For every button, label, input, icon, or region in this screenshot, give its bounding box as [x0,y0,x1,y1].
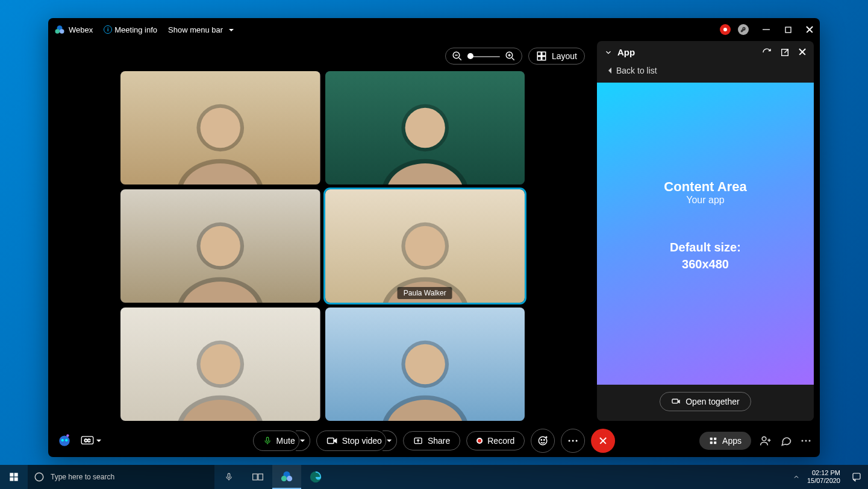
participant-tile[interactable] [325,71,525,185]
participant-tile[interactable] [120,308,320,421]
share-button[interactable]: Share [403,431,460,450]
svg-point-30 [201,226,240,266]
svg-rect-80 [10,478,13,481]
zoom-control[interactable] [445,48,522,65]
task-view-icon[interactable] [243,465,272,489]
minimize-button[interactable] [762,25,770,34]
more-options-button[interactable] [561,429,585,453]
refresh-icon[interactable] [762,48,772,57]
share-label: Share [428,436,450,446]
svg-point-40 [201,344,240,384]
svg-rect-81 [14,478,18,481]
svg-rect-85 [253,474,258,480]
apps-button[interactable]: Apps [699,432,751,450]
zoom-slider[interactable] [467,52,500,60]
back-to-list-button[interactable]: Back to list [597,63,814,83]
app-name-label: Webex [69,25,93,34]
taskbar-search[interactable]: Type here to search [28,465,214,489]
participant-tile[interactable] [325,308,525,421]
svg-point-67 [576,440,578,442]
svg-point-52 [66,434,69,437]
taskbar-clock[interactable]: 02:12 PM 15/07/2020 [807,469,844,484]
voice-search-icon[interactable] [214,465,243,489]
svg-rect-12 [537,52,541,55]
participants-icon[interactable] [760,435,772,447]
encryption-key-icon[interactable] [738,24,749,35]
search-placeholder: Type here to search [51,473,114,481]
maximize-button[interactable] [784,25,792,34]
panel-header: App [597,41,814,63]
svg-rect-71 [714,441,716,444]
layout-button[interactable]: Layout [528,48,585,65]
svg-point-50 [61,439,64,441]
show-menu-label: Show menu bar [168,25,223,34]
svg-rect-57 [327,438,334,444]
default-size-label: Default size: [670,239,741,256]
record-button[interactable]: Record [466,431,525,450]
windows-taskbar: Type here to search 02:12 PM 15/07/2020 [0,465,868,489]
svg-point-62 [544,440,545,441]
svg-point-25 [405,108,445,148]
default-size-value: 360x480 [670,256,741,273]
svg-rect-86 [258,474,263,480]
popout-icon[interactable] [780,48,790,57]
webex-taskbar-item[interactable] [272,465,301,489]
svg-rect-91 [853,473,860,479]
back-to-list-label: Back to list [616,66,657,75]
collapse-panel-icon[interactable] [604,48,613,57]
close-panel-icon[interactable] [798,48,807,56]
end-call-button[interactable] [591,429,615,453]
mute-button[interactable]: Mute [253,431,299,451]
meeting-controls: CC Mute Stop video Share [48,424,820,457]
webex-logo: Webex [54,24,93,35]
svg-point-60 [539,437,548,445]
svg-rect-83 [228,473,230,478]
svg-point-61 [541,440,542,441]
open-together-button[interactable]: Open together [660,392,751,411]
participant-tile[interactable] [120,189,320,303]
chat-icon[interactable] [780,435,792,447]
closed-captions-button[interactable]: CC [81,436,101,446]
clock-time: 02:12 PM [807,469,840,477]
participant-tile[interactable] [120,71,320,185]
close-window-button[interactable] [805,25,814,34]
svg-point-45 [405,344,445,384]
notifications-icon[interactable] [851,472,862,482]
svg-rect-79 [14,473,18,476]
panel-title: App [617,47,635,57]
recording-indicator-icon[interactable] [720,24,731,35]
panel-more-icon[interactable] [801,440,811,442]
svg-point-75 [802,440,804,442]
svg-point-76 [805,440,807,442]
svg-rect-55 [266,437,269,441]
content-area-subtitle: Your app [686,195,724,206]
mute-label: Mute [276,436,295,446]
svg-rect-13 [542,52,546,55]
svg-point-2 [60,29,64,34]
start-button[interactable] [0,465,28,489]
participant-tile[interactable]: Paula Walker [325,189,525,303]
webex-assistant-icon[interactable] [57,432,72,450]
stop-video-button[interactable]: Stop video [316,431,386,451]
svg-rect-48 [672,399,678,403]
meeting-info-label: Meeting info [114,25,157,34]
show-menu-bar-button[interactable]: Show menu bar [168,25,234,34]
svg-point-65 [569,440,570,442]
svg-point-66 [572,440,574,442]
mute-options-button[interactable] [296,431,310,451]
video-options-button[interactable] [382,431,397,451]
cortana-icon [34,472,45,482]
reactions-button[interactable] [531,429,555,453]
svg-text:CC: CC [84,438,90,443]
meeting-info-button[interactable]: iMeeting info [104,25,157,34]
tray-expand-icon[interactable] [793,473,800,481]
svg-rect-69 [714,438,716,440]
record-label: Record [487,436,514,446]
app-side-panel: App Back to list Content Area Your app D… [597,41,814,421]
svg-point-1 [55,29,60,34]
webex-meeting-window: Webex iMeeting info Show menu bar [48,18,820,457]
svg-rect-78 [10,473,13,476]
svg-line-11 [512,58,514,60]
svg-point-20 [201,108,240,148]
edge-taskbar-item[interactable] [301,465,330,489]
